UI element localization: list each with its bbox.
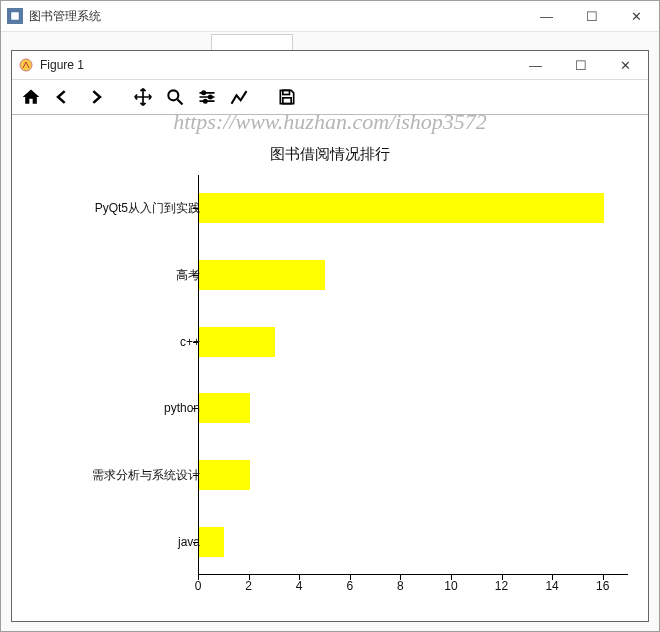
main-close-button[interactable]: ✕ bbox=[614, 1, 659, 31]
y-tick-mark bbox=[193, 275, 198, 276]
figure-titlebar: Figure 1 — ☐ ✕ bbox=[12, 51, 648, 80]
bar bbox=[199, 193, 604, 223]
svg-rect-8 bbox=[283, 98, 291, 104]
figure-window: Figure 1 — ☐ ✕ bbox=[11, 50, 649, 622]
x-tick-label: 6 bbox=[346, 579, 353, 593]
svg-point-6 bbox=[204, 100, 207, 103]
back-icon[interactable] bbox=[52, 86, 74, 108]
zoom-icon[interactable] bbox=[164, 86, 186, 108]
main-window: 图书管理系统 — ☐ ✕ Figure 1 — ☐ ✕ bbox=[0, 0, 660, 632]
main-titlebar: 图书管理系统 — ☐ ✕ bbox=[1, 1, 659, 32]
bar bbox=[199, 460, 250, 490]
x-tick-label: 16 bbox=[596, 579, 609, 593]
y-tick-label: c++ bbox=[20, 335, 200, 349]
x-tick-label: 0 bbox=[195, 579, 202, 593]
app-icon bbox=[7, 8, 23, 24]
svg-point-3 bbox=[168, 90, 178, 100]
matplotlib-toolbar bbox=[12, 80, 648, 115]
plot-area: https://www.huzhan.com/ishop3572 图书借阅情况排… bbox=[12, 115, 648, 621]
main-maximize-button[interactable]: ☐ bbox=[569, 1, 614, 31]
y-tick-label: python bbox=[20, 401, 200, 415]
y-tick-mark bbox=[193, 408, 198, 409]
main-body: Figure 1 — ☐ ✕ bbox=[1, 32, 659, 631]
svg-point-5 bbox=[209, 95, 212, 98]
pan-icon[interactable] bbox=[132, 86, 154, 108]
bar bbox=[199, 527, 224, 557]
figure-window-title: Figure 1 bbox=[40, 58, 84, 72]
y-tick-label: 高考 bbox=[20, 267, 200, 284]
figure-close-button[interactable]: ✕ bbox=[603, 51, 648, 79]
y-tick-mark bbox=[193, 208, 198, 209]
chart-axes bbox=[198, 175, 628, 575]
svg-point-4 bbox=[202, 91, 205, 94]
forward-icon[interactable] bbox=[84, 86, 106, 108]
y-tick-mark bbox=[193, 542, 198, 543]
main-window-title: 图书管理系统 bbox=[29, 8, 101, 25]
y-tick-label: PyQt5从入门到实践 bbox=[20, 200, 200, 217]
save-icon[interactable] bbox=[276, 86, 298, 108]
svg-rect-7 bbox=[283, 90, 290, 94]
subplots-icon[interactable] bbox=[196, 86, 218, 108]
svg-point-2 bbox=[20, 59, 32, 71]
chart-title: 图书借阅情况排行 bbox=[12, 145, 648, 164]
figure-icon bbox=[18, 57, 34, 73]
bar bbox=[199, 260, 325, 290]
figure-maximize-button[interactable]: ☐ bbox=[558, 51, 603, 79]
y-tick-label: java bbox=[20, 535, 200, 549]
x-tick-label: 2 bbox=[245, 579, 252, 593]
y-tick-mark bbox=[193, 342, 198, 343]
svg-rect-1 bbox=[11, 12, 19, 20]
bar bbox=[199, 393, 250, 423]
y-tick-label: 需求分析与系统设计 bbox=[20, 467, 200, 484]
x-tick-label: 10 bbox=[444, 579, 457, 593]
x-tick-label: 4 bbox=[296, 579, 303, 593]
x-tick-label: 14 bbox=[545, 579, 558, 593]
home-icon[interactable] bbox=[20, 86, 42, 108]
axes-edit-icon[interactable] bbox=[228, 86, 250, 108]
y-tick-mark bbox=[193, 475, 198, 476]
x-tick-label: 12 bbox=[495, 579, 508, 593]
main-minimize-button[interactable]: — bbox=[524, 1, 569, 31]
figure-minimize-button[interactable]: — bbox=[513, 51, 558, 79]
bar bbox=[199, 327, 275, 357]
x-tick-label: 8 bbox=[397, 579, 404, 593]
